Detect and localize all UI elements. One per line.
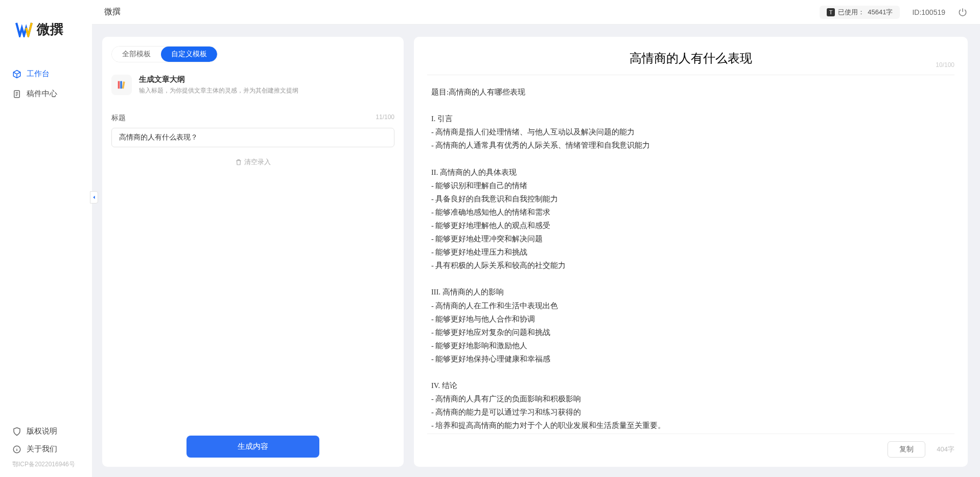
char-counter: 11/100 [376, 113, 394, 123]
chevron-left-icon [92, 195, 96, 199]
output-head: 高情商的人有什么表现 10/100 [427, 50, 954, 75]
cube-icon [12, 70, 21, 79]
collapse-handle[interactable] [90, 191, 98, 203]
text-badge-icon: T [827, 8, 835, 16]
generate-button[interactable]: 生成内容 [186, 436, 319, 458]
nav-about[interactable]: 关于我们 [0, 440, 92, 458]
logo-icon [15, 22, 33, 37]
panel-left: 全部模板 自定义模板 生成文章大纲 输入标题，为你提供文章主体的灵感，并为其创建… [102, 37, 404, 467]
logo[interactable]: 微撰 [0, 0, 92, 54]
nav-menu: 工作台 稿件中心 [0, 54, 92, 114]
template-desc: 输入标题，为你提供文章主体的灵感，并为其创建推文提纲 [139, 86, 298, 95]
nav-workspace[interactable]: 工作台 [0, 64, 92, 84]
topbar: 微撰 T 已使用： 45641字 ID:100519 [92, 0, 980, 25]
main: 微撰 T 已使用： 45641字 ID:100519 全部模板 [92, 0, 980, 477]
title-field-block: 标题 11/100 [111, 113, 394, 147]
copy-button[interactable]: 复制 [888, 441, 925, 458]
usage-pill[interactable]: T 已使用： 45641字 [820, 6, 900, 19]
generate-bar: 生成内容 [111, 425, 394, 458]
output-body: 题目:高情商的人有哪些表现 I. 引言 - 高情商是指人们处理情绪、与他人互动以… [427, 75, 954, 434]
content-area: 全部模板 自定义模板 生成文章大纲 输入标题，为你提供文章主体的灵感，并为其创建… [92, 25, 980, 477]
word-count: 404字 [937, 445, 954, 454]
template-title: 生成文章大纲 [139, 75, 298, 84]
topbar-right: T 已使用： 45641字 ID:100519 [820, 6, 968, 19]
app: 微撰 工作台 稿件中心 版权说明 关于我们 鄂ICP备202 [0, 0, 980, 477]
svg-rect-4 [122, 81, 125, 88]
panel-right: 高情商的人有什么表现 10/100 题目:高情商的人有哪些表现 I. 引言 - … [414, 37, 968, 467]
nav-drafts[interactable]: 稿件中心 [0, 84, 92, 104]
brand-name: 微撰 [37, 20, 63, 38]
topbar-title: 微撰 [104, 7, 121, 17]
usage-prefix: 已使用： [838, 8, 865, 17]
document-icon [12, 89, 21, 99]
template-meta: 生成文章大纲 输入标题，为你提供文章主体的灵感，并为其创建推文提纲 [139, 75, 298, 95]
template-icon-box [111, 75, 132, 95]
nav-label: 工作台 [27, 69, 50, 79]
output-title: 高情商的人有什么表现 [629, 50, 752, 66]
nav-copyright[interactable]: 版权说明 [0, 422, 92, 440]
trash-icon [235, 158, 242, 166]
clear-label: 清空录入 [244, 157, 271, 167]
icp-text: 鄂ICP备2022016946号 [0, 458, 92, 471]
sidebar: 微撰 工作台 稿件中心 版权说明 关于我们 鄂ICP备202 [0, 0, 92, 477]
svg-rect-2 [118, 81, 120, 89]
shield-icon [12, 427, 21, 436]
tab-custom[interactable]: 自定义模板 [161, 47, 217, 62]
template-tabs: 全部模板 自定义模板 [111, 46, 218, 62]
field-label: 标题 [111, 113, 126, 123]
user-id: ID:100519 [912, 8, 945, 16]
field-head: 标题 11/100 [111, 113, 394, 123]
tab-all[interactable]: 全部模板 [112, 47, 161, 62]
usage-value: 45641字 [868, 8, 893, 17]
clear-input-button[interactable]: 清空录入 [111, 157, 394, 167]
power-button[interactable] [958, 7, 968, 17]
nav-label: 稿件中心 [27, 89, 57, 99]
output-footer: 复制 404字 [427, 434, 954, 458]
nav-label: 版权说明 [27, 426, 57, 436]
power-icon [958, 7, 968, 17]
template-card: 生成文章大纲 输入标题，为你提供文章主体的灵感，并为其创建推文提纲 [111, 75, 394, 95]
nav-label: 关于我们 [27, 444, 57, 454]
svg-rect-3 [120, 81, 122, 89]
output-title-counter: 10/100 [936, 61, 954, 69]
info-icon [12, 445, 21, 454]
sidebar-bottom: 版权说明 关于我们 鄂ICP备2022016946号 [0, 422, 92, 477]
title-input[interactable] [111, 128, 394, 147]
books-icon [116, 79, 127, 90]
